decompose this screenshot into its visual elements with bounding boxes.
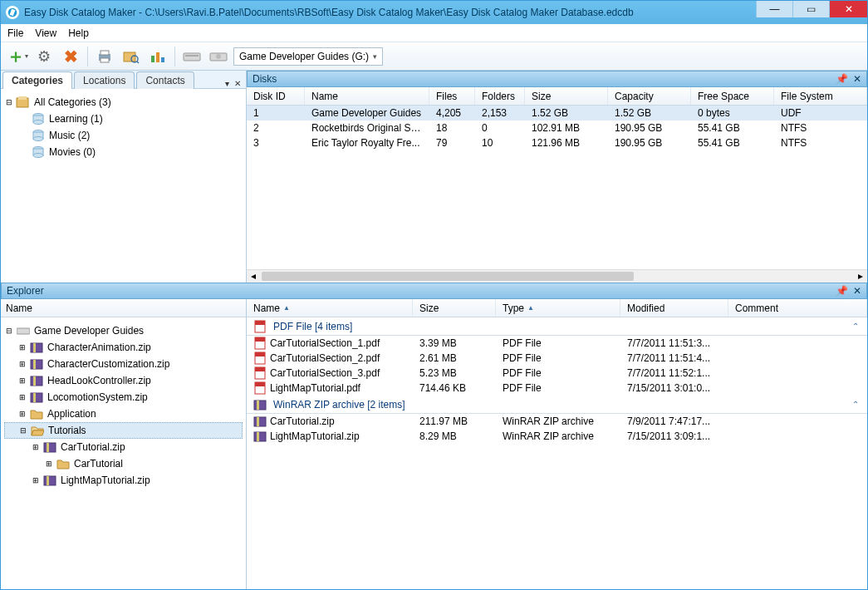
tree-root[interactable]: ⊟ Game Developer Guides bbox=[4, 322, 243, 339]
th-folders[interactable]: Folders bbox=[475, 87, 525, 105]
svg-point-22 bbox=[33, 137, 43, 141]
svg-rect-32 bbox=[33, 376, 36, 386]
tab-locations[interactable]: Locations bbox=[74, 71, 135, 89]
menu-help[interactable]: Help bbox=[68, 27, 89, 39]
categories-tree[interactable]: ⊟ All Categories (3) Learning (1) Music … bbox=[1, 89, 246, 283]
file-row[interactable]: LightMapTutorial.pdf714.46 KBPDF File7/1… bbox=[247, 381, 867, 396]
tab-menu-icon[interactable]: ▾ bbox=[225, 79, 229, 88]
th-size[interactable]: Size bbox=[525, 87, 608, 105]
menubar: File View Help bbox=[1, 24, 867, 42]
disks-header: Disks 📌 ✕ bbox=[247, 71, 867, 87]
th-comment[interactable]: Comment bbox=[728, 299, 867, 317]
disk-row[interactable]: 1Game Developer Guides4,2052,1531.52 GB1… bbox=[247, 106, 867, 120]
tab-categories[interactable]: Categories bbox=[2, 71, 72, 89]
svg-rect-29 bbox=[31, 360, 42, 369]
zip-icon bbox=[253, 415, 267, 428]
th-name[interactable]: Name▲ bbox=[247, 299, 413, 317]
tree-item[interactable]: ⊞CarTutorial bbox=[4, 455, 243, 472]
group-header[interactable]: PDF File [4 items]⌃ bbox=[247, 317, 867, 336]
svg-rect-26 bbox=[17, 328, 30, 334]
settings-button[interactable]: ⚙ bbox=[32, 45, 56, 68]
pdf-icon bbox=[253, 337, 267, 350]
menu-view[interactable]: View bbox=[35, 27, 56, 39]
disk-row[interactable]: 2Rocketbirds Original So...180102.91 MB1… bbox=[247, 120, 867, 135]
minimize-button[interactable]: — bbox=[756, 1, 792, 17]
tab-contacts[interactable]: Contacts bbox=[136, 71, 194, 89]
tree-item[interactable]: ⊞Application bbox=[4, 406, 243, 422]
th-files[interactable]: Files bbox=[429, 87, 475, 105]
disks-table[interactable]: Disk ID Name Files Folders Size Capacity… bbox=[247, 87, 867, 269]
db-icon bbox=[31, 129, 46, 142]
th-type[interactable]: Type▲ bbox=[496, 299, 620, 317]
file-row[interactable]: CarTutorialSection_2.pdf2.61 MBPDF File7… bbox=[247, 351, 867, 366]
tree-item[interactable]: ⊞HeadLookController.zip bbox=[4, 372, 243, 389]
svg-rect-35 bbox=[44, 443, 56, 452]
file-row[interactable]: CarTutorial.zip211.97 MBWinRAR ZIP archi… bbox=[247, 414, 867, 429]
group-header[interactable]: WinRAR ZIP archive [2 items]⌃ bbox=[247, 396, 867, 414]
panel-close-icon[interactable]: ✕ bbox=[853, 285, 861, 297]
svg-rect-50 bbox=[257, 401, 259, 410]
file-row[interactable]: CarTutorialSection_3.pdf5.23 MBPDF File7… bbox=[247, 366, 867, 381]
th-size[interactable]: Size bbox=[413, 299, 496, 317]
collapse-icon[interactable]: ⌃ bbox=[852, 400, 859, 409]
svg-rect-40 bbox=[255, 321, 265, 325]
find-button[interactable] bbox=[120, 45, 143, 68]
drive-icon bbox=[16, 324, 31, 337]
menu-file[interactable]: File bbox=[7, 27, 23, 39]
th-free[interactable]: Free Space bbox=[691, 87, 774, 105]
zip-icon bbox=[29, 391, 44, 404]
drive-button-2[interactable] bbox=[207, 45, 230, 68]
svg-rect-28 bbox=[33, 343, 36, 352]
file-row[interactable]: LightMapTutorial.zip8.29 MBWinRAR ZIP ar… bbox=[247, 429, 867, 444]
left-tabstrip: Categories Locations Contacts ▾ ✕ bbox=[1, 71, 246, 89]
svg-rect-12 bbox=[185, 55, 199, 57]
tree-item[interactable]: ⊞CarTutorial.zip bbox=[4, 439, 243, 455]
chart-button[interactable] bbox=[146, 45, 169, 68]
disks-hscroll[interactable]: ◂▸ bbox=[247, 269, 867, 283]
pin-icon[interactable]: 📌 bbox=[836, 285, 848, 297]
tree-item[interactable]: ⊞CharacterAnimation.zip bbox=[4, 339, 243, 356]
th-capacity[interactable]: Capacity bbox=[608, 87, 691, 105]
th-diskid[interactable]: Disk ID bbox=[247, 87, 305, 105]
tree-item[interactable]: ⊞LocomotionSystem.zip bbox=[4, 389, 243, 406]
explorer-list[interactable]: PDF File [4 items]⌃CarTutorialSection_1.… bbox=[247, 317, 867, 589]
zip-icon bbox=[29, 357, 44, 371]
categories-root[interactable]: ⊟ All Categories (3) bbox=[4, 94, 243, 111]
close-button[interactable]: ✕ bbox=[829, 1, 867, 17]
th-name[interactable]: Name bbox=[305, 87, 429, 105]
svg-rect-36 bbox=[47, 443, 49, 452]
zip-icon bbox=[252, 397, 268, 412]
category-item[interactable]: Learning (1) bbox=[4, 111, 243, 127]
tree-item[interactable]: ⊞LightMapTutorial.zip bbox=[4, 472, 243, 489]
zip-icon bbox=[29, 341, 44, 354]
svg-rect-31 bbox=[31, 376, 42, 386]
svg-rect-49 bbox=[254, 401, 266, 410]
file-row[interactable]: CarTutorialSection_1.pdf3.39 MBPDF File7… bbox=[247, 336, 867, 351]
pin-icon[interactable]: 📌 bbox=[836, 73, 848, 85]
explorer-tree-header[interactable]: Name bbox=[1, 299, 246, 317]
tab-close-icon[interactable]: ✕ bbox=[234, 79, 241, 88]
svg-rect-53 bbox=[254, 432, 266, 441]
disk-row[interactable]: 3Eric Taylor Royalty Fre...7910121.96 MB… bbox=[247, 135, 867, 150]
maximize-button[interactable]: ▭ bbox=[792, 1, 829, 17]
window-title: Easy Disk Catalog Maker - C:\Users\Ravi.… bbox=[24, 7, 756, 18]
drive-button-1[interactable] bbox=[180, 45, 204, 68]
zip-icon bbox=[253, 430, 267, 443]
pdf-icon bbox=[253, 381, 267, 395]
delete-button[interactable]: ✖ bbox=[59, 45, 82, 68]
explorer-tree[interactable]: ⊟ Game Developer Guides ⊞CharacterAnimat… bbox=[1, 317, 246, 589]
svg-rect-42 bbox=[255, 337, 265, 342]
collapse-icon[interactable]: ⌃ bbox=[852, 322, 859, 331]
th-fs[interactable]: File System bbox=[774, 87, 867, 105]
add-button[interactable]: ＋▾ bbox=[6, 45, 29, 68]
category-item[interactable]: Movies (0) bbox=[4, 144, 243, 160]
tree-item[interactable]: ⊞CharacterCustomization.zip bbox=[4, 356, 243, 372]
tree-item[interactable]: ⊟Tutorials bbox=[4, 422, 243, 439]
svg-rect-16 bbox=[18, 96, 27, 100]
category-item[interactable]: Music (2) bbox=[4, 127, 243, 144]
print-button[interactable] bbox=[93, 45, 116, 68]
drive-select[interactable]: Game Developer Guides (G:) ▾ bbox=[233, 47, 383, 66]
th-modified[interactable]: Modified bbox=[620, 299, 728, 317]
pdf-icon bbox=[252, 319, 268, 334]
panel-close-icon[interactable]: ✕ bbox=[853, 73, 861, 85]
